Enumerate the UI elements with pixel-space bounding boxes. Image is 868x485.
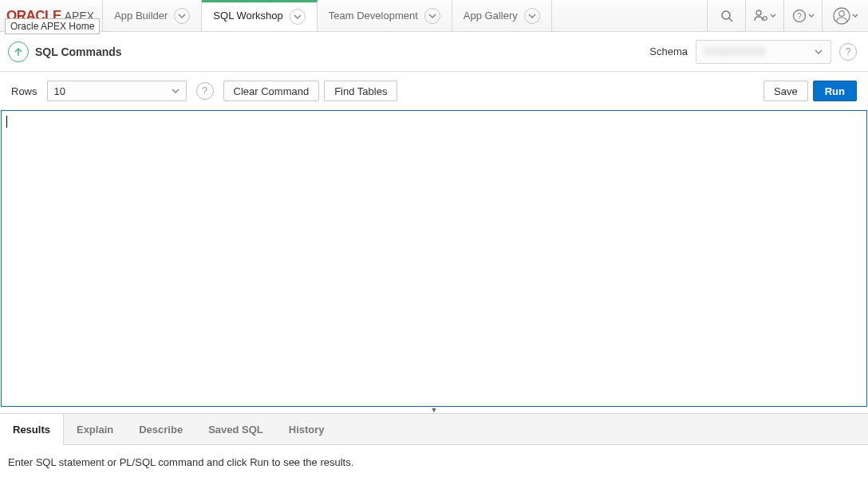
rows-help-button[interactable]: ? xyxy=(196,82,214,100)
chevron-down-icon[interactable] xyxy=(524,8,540,24)
command-toolbar: Rows 10 ? Clear Command Find Tables Save… xyxy=(0,72,868,110)
tab-explain[interactable]: Explain xyxy=(64,414,126,444)
schema-value: XXXXXXXXX xyxy=(704,46,766,57)
search-icon xyxy=(720,10,733,22)
tab-app-gallery[interactable]: App Gallery xyxy=(452,0,552,31)
logo-tooltip: Oracle APEX Home xyxy=(5,18,100,34)
tab-saved-sql[interactable]: Saved SQL xyxy=(195,414,276,444)
chevron-down-icon[interactable] xyxy=(174,8,190,24)
schema-selector-group: Schema XXXXXXXXX ? xyxy=(649,40,857,64)
primary-tabs: App Builder SQL Workshop Team Developmen… xyxy=(103,0,552,31)
splitter-handle[interactable]: ▼ xyxy=(0,407,868,413)
find-tables-button[interactable]: Find Tables xyxy=(324,81,397,101)
help-icon: ? xyxy=(792,9,807,23)
up-level-button[interactable] xyxy=(8,41,29,62)
svg-point-0 xyxy=(722,11,730,19)
chevron-down-icon[interactable] xyxy=(290,9,306,25)
save-button[interactable]: Save xyxy=(763,81,808,101)
chevron-down-icon xyxy=(852,14,858,18)
rows-select[interactable]: 10 xyxy=(47,81,187,101)
help-icon: ? xyxy=(846,46,851,57)
chevron-down-icon xyxy=(815,49,823,54)
result-tabs: Results Explain Describe Saved SQL Histo… xyxy=(0,413,868,445)
schema-help-button[interactable]: ? xyxy=(839,43,857,61)
tab-describe[interactable]: Describe xyxy=(126,414,195,444)
admin-icon xyxy=(754,10,768,22)
tab-team-development[interactable]: Team Development xyxy=(318,0,452,31)
logo-home-link[interactable]: ORACLE APEX Oracle APEX Home xyxy=(0,0,103,31)
tab-label: App Builder xyxy=(114,10,168,22)
tab-label: App Gallery xyxy=(464,10,518,22)
sql-editor[interactable] xyxy=(1,110,867,407)
user-avatar-icon xyxy=(833,7,850,25)
results-panel: Enter SQL statement or PL/SQL command an… xyxy=(0,445,868,479)
help-icon: ? xyxy=(202,85,207,97)
svg-line-1 xyxy=(729,18,732,22)
account-menu[interactable] xyxy=(822,0,868,31)
top-navigation: ORACLE APEX Oracle APEX Home App Builder… xyxy=(0,0,868,32)
svg-point-2 xyxy=(756,10,761,15)
schema-select[interactable]: XXXXXXXXX xyxy=(696,40,831,64)
svg-point-3 xyxy=(763,16,766,19)
results-placeholder: Enter SQL statement or PL/SQL command an… xyxy=(8,456,353,468)
text-cursor xyxy=(6,116,7,128)
chevron-down-icon xyxy=(808,14,815,18)
chevron-down-icon xyxy=(770,14,776,18)
tab-history[interactable]: History xyxy=(276,414,337,444)
tab-sql-workshop[interactable]: SQL Workshop xyxy=(202,0,317,31)
topnav-right: ? xyxy=(707,0,868,31)
rows-value: 10 xyxy=(54,85,65,97)
command-button-group: Clear Command Find Tables xyxy=(223,81,398,101)
help-menu[interactable]: ? xyxy=(783,0,822,31)
search-button[interactable] xyxy=(707,0,745,31)
administration-menu[interactable] xyxy=(745,0,783,31)
schema-label: Schema xyxy=(649,45,688,57)
tab-label: Team Development xyxy=(329,10,418,22)
tab-app-builder[interactable]: App Builder xyxy=(103,0,202,31)
svg-text:?: ? xyxy=(797,12,802,21)
chevron-down-icon[interactable] xyxy=(424,8,440,24)
arrow-up-icon xyxy=(14,47,23,57)
tab-label: SQL Workshop xyxy=(213,10,282,22)
clear-command-button[interactable]: Clear Command xyxy=(223,81,320,101)
chevron-down-icon xyxy=(172,89,180,93)
page-title: SQL Commands xyxy=(35,45,122,58)
svg-point-11 xyxy=(838,10,844,16)
run-button[interactable]: Run xyxy=(813,81,857,101)
page-title-bar: SQL Commands Schema XXXXXXXXX ? xyxy=(0,32,868,72)
rows-label: Rows xyxy=(11,85,37,97)
toolbar-actions: Save Run xyxy=(763,81,857,101)
tab-results[interactable]: Results xyxy=(0,414,64,445)
